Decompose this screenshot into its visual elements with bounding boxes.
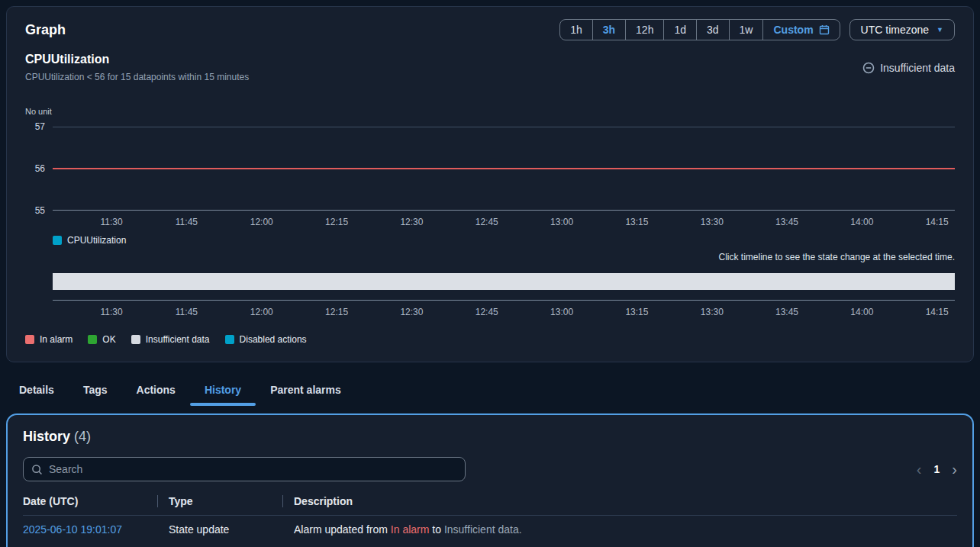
plot-area[interactable]: 57 56 55 <box>53 127 955 211</box>
state-timeline: 11:30 11:45 12:00 12:15 12:30 12:45 13:0… <box>25 273 955 319</box>
search-icon <box>31 464 43 475</box>
x-tick-label: 11:45 <box>176 307 198 317</box>
graph-header: Graph 1h 3h 12h 1d 3d 1w Custom <box>25 19 955 40</box>
tab-bar: Details Tags Actions History Parent alar… <box>19 381 980 406</box>
x-tick-label: 11:45 <box>176 217 198 227</box>
y-tick-label: 55 <box>35 205 45 216</box>
x-tick-label: 12:15 <box>325 307 348 317</box>
description-middle: to <box>429 523 443 536</box>
timeline-axis-line <box>53 300 955 301</box>
legend-label: Insufficient data <box>146 334 210 345</box>
x-tick-label: 11:30 <box>100 307 122 317</box>
in-alarm-swatch <box>25 335 34 344</box>
y-axis: 57 56 55 <box>25 127 45 211</box>
legend-item-insufficient-data: Insufficient data <box>131 334 210 345</box>
graph-title: Graph <box>25 22 66 38</box>
history-type-cell: State update <box>157 523 282 536</box>
insufficient-data-swatch <box>131 335 140 344</box>
x-tick-label: 12:30 <box>400 217 423 227</box>
pagination: ‹ 1 › <box>917 462 957 477</box>
x-tick-label: 13:15 <box>625 217 648 227</box>
legend-label: Disabled actions <box>240 334 307 345</box>
legend-item-ok: OK <box>88 334 115 345</box>
x-tick-label: 11:30 <box>100 217 122 227</box>
alarm-status-badge: Insufficient data <box>862 53 955 82</box>
time-range-1h[interactable]: 1h <box>560 20 592 40</box>
time-range-3h[interactable]: 3h <box>592 20 625 40</box>
x-tick-label: 12:45 <box>475 217 498 227</box>
ok-swatch <box>88 335 97 344</box>
history-toolbar: ‹ 1 › <box>23 457 957 481</box>
series-legend-label: CPUUtilization <box>67 235 126 246</box>
cloudwatch-alarm-page: { "graph": { "title": "Graph", "time_ran… <box>0 0 980 547</box>
current-page[interactable]: 1 <box>934 463 940 475</box>
description-prefix: Alarm updated from <box>294 523 391 536</box>
description-from-state: In alarm <box>391 523 430 536</box>
history-count: (4) <box>74 429 91 444</box>
time-range-12h[interactable]: 12h <box>625 20 663 40</box>
x-tick-label: 13:45 <box>775 307 798 317</box>
history-date-link[interactable]: 2025-06-10 19:01:07 <box>23 523 157 536</box>
x-tick-label: 12:00 <box>250 307 273 317</box>
x-tick-label: 12:15 <box>325 217 348 227</box>
metric-name: CPUUtilization <box>25 53 249 66</box>
time-range-control: 1h 3h 12h 1d 3d 1w Custom <box>559 19 840 40</box>
y-tick-label: 57 <box>35 121 45 132</box>
tab-actions[interactable]: Actions <box>122 381 190 406</box>
calendar-icon <box>819 24 830 35</box>
x-tick-label: 12:45 <box>475 307 498 317</box>
legend-item-in-alarm: In alarm <box>25 334 73 345</box>
timezone-label: UTC timezone <box>861 24 929 36</box>
time-range-3d[interactable]: 3d <box>696 20 729 40</box>
x-tick-label: 14:15 <box>926 307 949 317</box>
tab-tags[interactable]: Tags <box>69 381 122 406</box>
alarm-status-label: Insufficient data <box>880 62 955 74</box>
tab-history[interactable]: History <box>190 381 256 406</box>
history-description-cell: Alarm updated from In alarm to Insuffici… <box>282 523 957 536</box>
legend-label: In alarm <box>40 334 73 345</box>
time-range-custom-button[interactable]: Custom <box>762 20 839 40</box>
time-range-1w[interactable]: 1w <box>729 20 763 40</box>
x-tick-label: 13:15 <box>625 307 648 317</box>
previous-page-icon[interactable]: ‹ <box>917 462 922 477</box>
x-axis: 11:30 11:45 12:00 12:15 12:30 12:45 13:0… <box>53 217 955 229</box>
chevron-down-icon: ▼ <box>936 26 943 34</box>
x-tick-label: 13:30 <box>701 307 724 317</box>
insufficient-data-icon <box>862 62 875 74</box>
x-tick-label: 12:00 <box>250 217 273 227</box>
legend-label: OK <box>102 334 115 345</box>
table-header-row: Date (UTC) Type Description <box>23 495 957 516</box>
alarm-threshold-line <box>53 168 955 169</box>
column-header-date[interactable]: Date (UTC) <box>23 495 157 507</box>
y-axis-unit-label: No unit <box>25 107 955 116</box>
legend-item-disabled-actions: Disabled actions <box>225 334 307 345</box>
search-input[interactable] <box>49 463 457 475</box>
custom-label: Custom <box>773 24 813 36</box>
search-box[interactable] <box>23 457 466 481</box>
x-tick-label: 12:30 <box>400 307 423 317</box>
state-legend: In alarm OK Insufficient data Disabled a… <box>25 334 955 345</box>
timeline-state-bar[interactable] <box>53 273 955 290</box>
tab-details[interactable]: Details <box>19 381 69 406</box>
x-tick-label: 14:00 <box>850 217 873 227</box>
metric-info: CPUUtilization CPUUtilization < 56 for 1… <box>25 53 249 82</box>
metric-chart: No unit 57 56 55 11:30 11:45 12:00 12:15… <box>25 107 955 246</box>
time-range-1d[interactable]: 1d <box>663 20 696 40</box>
x-tick-label: 13:00 <box>550 217 573 227</box>
tab-parent-alarms[interactable]: Parent alarms <box>256 381 356 406</box>
timeline-hint: Click timeline to see the state change a… <box>25 252 955 262</box>
series-swatch <box>53 236 62 245</box>
next-page-icon[interactable]: › <box>952 462 957 477</box>
table-row[interactable]: 2025-06-10 19:01:07 State update Alarm u… <box>23 516 957 536</box>
graph-panel: Graph 1h 3h 12h 1d 3d 1w Custom <box>6 6 974 362</box>
alarm-condition: CPUUtilization < 56 for 15 datapoints wi… <box>25 72 249 82</box>
timezone-dropdown[interactable]: UTC timezone ▼ <box>849 19 955 40</box>
description-to-state: Insufficient data. <box>444 523 522 536</box>
timeline-x-axis: 11:30 11:45 12:00 12:15 12:30 12:45 13:0… <box>53 307 955 319</box>
history-table: Date (UTC) Type Description 2025-06-10 1… <box>23 495 957 536</box>
chart-legend: CPUUtilization <box>53 235 955 246</box>
history-panel: History (4) ‹ 1 › Date (UTC) Type Descri… <box>6 413 974 547</box>
column-header-type[interactable]: Type <box>157 495 282 507</box>
column-header-description[interactable]: Description <box>282 495 957 507</box>
metric-header: CPUUtilization CPUUtilization < 56 for 1… <box>25 53 955 82</box>
